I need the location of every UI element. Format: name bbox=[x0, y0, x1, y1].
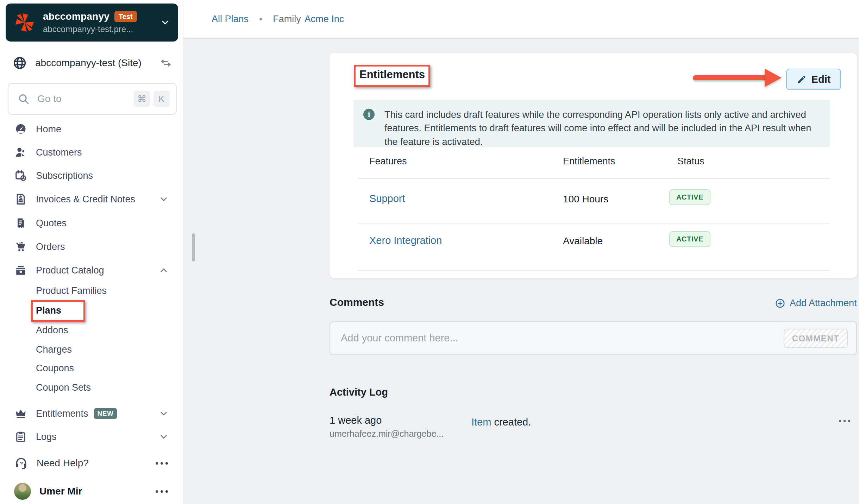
sidebar-item-label: Entitlements bbox=[36, 408, 88, 419]
log-action-rest: created. bbox=[491, 416, 531, 428]
sidebar-item-product-families[interactable]: Product Families bbox=[0, 281, 183, 300]
entitlement-value: Available bbox=[563, 235, 603, 247]
sidebar-item-coupon-sets[interactable]: Coupon Sets bbox=[0, 378, 183, 397]
col-features: Features bbox=[369, 156, 407, 167]
k-keycap: K bbox=[153, 91, 170, 107]
log-action: Item created. bbox=[471, 416, 531, 428]
add-attachment-label: Add Attachment bbox=[790, 298, 857, 309]
switch-site-icon[interactable] bbox=[159, 57, 172, 69]
col-entitlements: Entitlements bbox=[563, 156, 615, 167]
comment-box: COMMENT bbox=[330, 321, 857, 355]
sidebar-item-label: Subscriptions bbox=[36, 170, 93, 181]
sidebar-item-label: Charges bbox=[36, 344, 72, 355]
chevron-down-icon bbox=[160, 17, 170, 28]
sidebar-item-label: Customers bbox=[36, 147, 82, 158]
sidebar-item-home[interactable]: Home bbox=[0, 118, 183, 141]
sidebar-item-coupons[interactable]: Coupons bbox=[0, 359, 183, 378]
info-banner: i This card includes draft features whil… bbox=[353, 100, 830, 147]
app-root: abccompanyy Test abccompanyy-test.pre...… bbox=[0, 0, 859, 504]
comment-input[interactable] bbox=[341, 322, 763, 354]
new-badge: NEW bbox=[94, 408, 117, 419]
search-placeholder: Go to bbox=[37, 93, 130, 105]
main-area: All Plans • Family Acme Inc Entitlements… bbox=[183, 0, 859, 504]
log-time: 1 week ago bbox=[330, 415, 382, 426]
help-more-icon[interactable] bbox=[156, 462, 168, 465]
log-item-link[interactable]: Item bbox=[471, 416, 491, 428]
card-title: Entitlements bbox=[359, 68, 425, 81]
sidebar-item-label: Product Families bbox=[36, 285, 107, 296]
sidebar-item-label: Addons bbox=[36, 325, 68, 336]
chevron-up-icon bbox=[158, 265, 169, 276]
invoices-icon bbox=[14, 193, 27, 206]
sidebar-item-invoices[interactable]: Invoices & Credit Notes bbox=[0, 188, 183, 211]
sidebar-item-label: Orders bbox=[36, 241, 65, 252]
sidebar-item-customers[interactable]: Customers bbox=[0, 141, 183, 164]
sidebar-item-label: Coupon Sets bbox=[36, 382, 91, 393]
add-attachment-button[interactable]: Add Attachment bbox=[775, 298, 857, 309]
edit-label: Edit bbox=[811, 74, 831, 85]
brand-logo-icon bbox=[13, 11, 36, 34]
org-switcher[interactable]: abccompanyy Test abccompanyy-test.pre... bbox=[6, 4, 178, 42]
feature-link[interactable]: Xero Integration bbox=[369, 235, 442, 246]
plus-circle-icon bbox=[775, 298, 785, 309]
goto-search[interactable]: Go to ⌘ K bbox=[8, 83, 177, 115]
sidebar-item-subscriptions[interactable]: Subscriptions bbox=[0, 164, 183, 187]
site-selector[interactable]: abccompanyy-test (Site) bbox=[0, 53, 183, 73]
col-status: Status bbox=[677, 156, 704, 167]
breadcrumb-family-link[interactable]: Acme Inc bbox=[305, 14, 344, 25]
headset-icon: ? bbox=[14, 456, 28, 470]
annotation-arrow bbox=[693, 75, 767, 80]
divider bbox=[358, 178, 830, 179]
sidebar-item-quotes[interactable]: Quotes bbox=[0, 212, 183, 235]
breadcrumb-family-prefix: Family bbox=[273, 14, 301, 25]
search-icon bbox=[18, 93, 30, 105]
activity-log-title: Activity Log bbox=[330, 386, 388, 398]
sidebar: abccompanyy Test abccompanyy-test.pre...… bbox=[0, 0, 183, 504]
info-banner-text: This card includes draft features while … bbox=[384, 108, 818, 147]
sidebar-footer: ? Need Help? Umer Mir bbox=[0, 442, 183, 504]
user-menu[interactable]: Umer Mir bbox=[0, 481, 183, 502]
sidebar-item-plans[interactable]: Plans bbox=[0, 301, 183, 320]
user-more-icon[interactable] bbox=[156, 490, 168, 493]
info-icon: i bbox=[363, 109, 375, 120]
breadcrumb-separator: • bbox=[259, 14, 262, 25]
svg-text:?: ? bbox=[20, 460, 23, 466]
sidebar-item-label: Invoices & Credit Notes bbox=[36, 194, 135, 205]
avatar bbox=[14, 483, 31, 500]
sidebar-item-orders[interactable]: Orders bbox=[0, 235, 183, 258]
quotes-icon bbox=[14, 216, 27, 230]
need-help-label: Need Help? bbox=[37, 458, 89, 469]
sidebar-item-label: Logs bbox=[36, 431, 57, 442]
sidebar-item-product-catalog[interactable]: Product Catalog bbox=[0, 259, 183, 282]
sidebar-item-entitlements[interactable]: Entitlements NEW bbox=[0, 402, 183, 425]
log-more-icon[interactable] bbox=[839, 420, 850, 422]
orders-icon bbox=[14, 240, 27, 253]
status-badge: ACTIVE bbox=[669, 231, 710, 247]
feature-link[interactable]: Support bbox=[369, 193, 405, 204]
edit-button[interactable]: Edit bbox=[786, 69, 841, 90]
entitlement-value: 100 Hours bbox=[563, 194, 608, 205]
sidebar-item-charges[interactable]: Charges bbox=[0, 340, 183, 359]
annotation-arrow-head bbox=[765, 69, 782, 87]
pencil-icon bbox=[797, 75, 807, 84]
status-badge: ACTIVE bbox=[669, 189, 710, 205]
scrollbar-handle[interactable] bbox=[192, 233, 195, 262]
user-name: Umer Mir bbox=[39, 486, 82, 497]
cmd-keycap: ⌘ bbox=[134, 91, 150, 107]
chevron-down-icon bbox=[158, 431, 169, 442]
need-help-button[interactable]: ? Need Help? bbox=[0, 453, 183, 474]
sidebar-item-addons[interactable]: Addons bbox=[0, 321, 183, 340]
breadcrumb-all-plans[interactable]: All Plans bbox=[212, 14, 249, 25]
product-catalog-icon bbox=[14, 264, 27, 277]
org-text: abccompanyy Test abccompanyy-test.pre... bbox=[43, 11, 156, 34]
gauge-icon bbox=[14, 122, 27, 136]
subscriptions-icon bbox=[14, 169, 27, 182]
crown-icon bbox=[14, 407, 27, 420]
customers-icon bbox=[14, 146, 27, 159]
divider bbox=[358, 270, 830, 271]
sidebar-item-label: Coupons bbox=[36, 363, 74, 374]
org-name: abccompanyy bbox=[43, 11, 109, 22]
chevron-down-icon bbox=[158, 408, 169, 419]
org-subdomain: abccompanyy-test.pre... bbox=[43, 24, 156, 34]
comment-button[interactable]: COMMENT bbox=[784, 329, 848, 348]
